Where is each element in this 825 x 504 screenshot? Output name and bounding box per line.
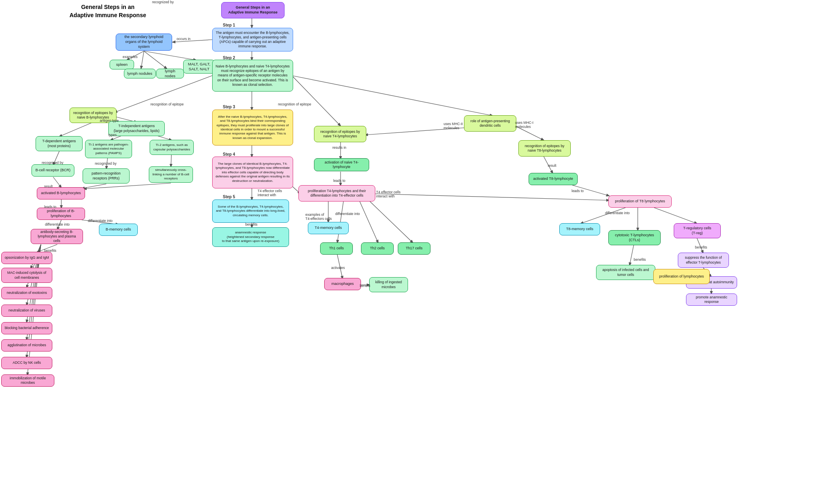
edge-recog-epitope-l: recognition of epitope <box>150 102 184 106</box>
malt-galt-node: MALT, GALT,SALT, NALT <box>183 60 215 74</box>
mac-cytolysis-text: MAC-induced cytolysis of cell membranes <box>4 271 49 280</box>
prrs-node: pattern-recognition receptors (PRRs) <box>83 168 130 184</box>
edge-antigen-type: antigen type <box>100 119 119 123</box>
activated-b-node: activated B-lymphocytes <box>37 187 85 199</box>
th1-node: Th1 cells <box>320 242 353 255</box>
edge-results-in: results in <box>332 146 346 150</box>
svg-line-47 <box>374 194 609 200</box>
suppress-effector-text: suppress the function of effector T-lymp… <box>681 255 726 264</box>
antibody-b-text: antibody-secreting B-lymphocytes and pla… <box>34 230 80 243</box>
ti2-text: TI-2 antigens, such as capsular polysacc… <box>153 143 191 152</box>
title-box-node: General Steps in anAdaptive Immune Respo… <box>221 2 285 18</box>
edge-diff-into-ab: differentiate into <box>45 222 69 226</box>
edge-diff-into-bm: differentiate into <box>88 219 112 223</box>
memory-cells-text-text: Some of the B-lymphocytes, T4-lymphocyte… <box>215 205 286 217</box>
svg-line-5 <box>144 51 196 60</box>
b-memory-text: B-memory cells <box>105 227 131 232</box>
neutralization-exo-node: neutralization of exotoxins <box>1 287 52 299</box>
t8-memory-node: T8-memory cells <box>559 223 600 235</box>
prolif-t8-node: proliferation of T8 lymphocytes <box>608 195 672 208</box>
th17-text: Th17 cells <box>406 246 422 251</box>
edge-benefits-treg: benefits <box>695 245 707 249</box>
blocking-bact-node: blocking bacterial adherence <box>1 322 52 334</box>
crosslinking-text: simultaneously cross-linking a number of… <box>152 168 190 181</box>
edge-types: types <box>108 133 117 137</box>
svg-line-3 <box>141 51 144 69</box>
activated-t8-node: activated T8-lymphocyte <box>529 173 578 185</box>
svg-line-51 <box>630 245 634 265</box>
antigen-encounter-text: The antigen must encounter the B-lymphoc… <box>215 31 290 49</box>
diagram-container: General Steps in anAdaptive Immune Respo… <box>0 0 825 504</box>
recognition-t8-node: recognition of epitopes by naive T8-lymp… <box>518 140 571 157</box>
edge-leads-to-t4: leads to <box>333 179 345 183</box>
th1-text: Th1 cells <box>329 246 344 251</box>
prolif-b-node: proliferation of B-lymphocytes <box>37 208 85 220</box>
lymph-nodules-node: lymph nodules <box>124 69 156 78</box>
clonal-expansion-node: After the naive B-lymphocytes, T4-lympho… <box>212 110 293 146</box>
prolif-lymphocytes-node: proliferation of lymphocytes <box>653 269 710 284</box>
agglutination-node: agglutination of microbes <box>1 339 52 352</box>
th2-node: Th2 cells <box>361 242 394 255</box>
activated-b-text: activated B-lymphocytes <box>41 191 81 196</box>
edge-t4eff-examples: examples ofT4-effectors cells <box>305 213 332 221</box>
edge-recog-epitope-r: recognition of epitope <box>278 102 311 106</box>
svg-line-39 <box>360 202 378 243</box>
b-memory-node: B-memory cells <box>99 224 138 236</box>
edge-t4eff-interact: T4 effector cellsinteract with <box>376 190 401 198</box>
lymph-nodules-text: lymph nodules <box>127 71 152 76</box>
step5-label: Step 5 <box>223 195 235 199</box>
prrs-text: pattern-recognition receptors (PRRs) <box>86 171 126 180</box>
t8-memory-text: T8-memory cells <box>566 227 594 232</box>
svg-line-18 <box>53 177 61 188</box>
recognition-t4-node: recognition of epitopes by naive T4-lymp… <box>314 126 366 142</box>
effector-clones-node: The large clones of identical B-lymphocy… <box>212 157 293 188</box>
step3-label: Step 3 <box>223 105 235 109</box>
t-independent-node: T-independent antigens(large polysacchar… <box>108 121 165 136</box>
svg-line-10 <box>292 76 493 116</box>
t4-memory-text: T4-memory cells <box>315 226 342 231</box>
prolif-lymphocytes-text: proliferation of lymphocytes <box>659 274 704 279</box>
title-box-text: General Steps in anAdaptive Immune Respo… <box>228 5 278 15</box>
bcr-text: B-cell receptor (BCR) <box>36 168 71 173</box>
antigen-encounter-node: The antigen must encounter the B-lymphoc… <box>212 28 293 52</box>
clonal-expansion-text: After the naive B-lymphocytes, T4-lympho… <box>215 115 290 140</box>
naive-bt-text: Naive B-lymphocytes and naive T4-lymphoc… <box>215 64 290 87</box>
page-title: General Steps in anAdaptive Immune Respo… <box>69 3 146 19</box>
edge-diff-into-t4: differentiate into <box>335 212 360 216</box>
neutralization-vir-text: neutralization of viruses <box>9 308 45 313</box>
edge-leads-to-b: leads to <box>44 205 56 209</box>
adcc-node: ADCC by NK cells <box>1 357 52 369</box>
svg-line-4 <box>144 51 167 69</box>
activated-t8-text: activated T8-lymphocyte <box>533 177 573 181</box>
edge-result-t8: result <box>548 164 556 168</box>
edge-occurs-in: occurs in <box>177 37 191 41</box>
edge-mhc1: uses MHC-Imolecules <box>515 121 534 129</box>
svg-line-19 <box>82 184 106 188</box>
svg-line-9 <box>292 76 341 126</box>
antibody-b-node: antibody-secreting B-lymphocytes and pla… <box>31 229 83 244</box>
spleen-node: spleen <box>110 60 134 69</box>
agglutination-text: agglutination of microbes <box>7 343 46 347</box>
mac-cytolysis-node: MAC-induced cytolysis of cell membranes <box>1 268 52 283</box>
immobilization-node: immobilization of motile microbes <box>1 374 54 387</box>
apoptosis-text: apoptosis of infected cells and tumor ce… <box>599 268 652 277</box>
role-apcs-node: role of antigen-presenting dendritic cel… <box>464 115 516 132</box>
prolif-t8-text: proliferation of T8 lymphocytes <box>615 199 665 204</box>
edge-mhc2: uses MHC-IImolecules <box>444 122 463 130</box>
t4-memory-node: T4-memory cells <box>308 222 349 234</box>
macrophages-node: macrophages <box>324 278 361 290</box>
neutralization-vir-node: neutralization of viruses <box>1 305 52 317</box>
recognition-t8-text: recognition of epitopes by naive T8-lymp… <box>522 144 567 153</box>
svg-line-12 <box>59 123 92 137</box>
ti1-node: TI-1 antigens are pathogen-associated mo… <box>85 140 132 158</box>
blocking-bact-text: blocking bacterial adherence <box>4 326 49 330</box>
crosslinking-node: simultaneously cross-linking a number of… <box>149 166 193 183</box>
svg-line-48 <box>581 208 625 224</box>
t-reg-node: T-regulatory cells(T-reg) <box>674 223 721 238</box>
anamnestic-text: anamnestic response(heightened secondary… <box>222 231 279 243</box>
edge-activates: activates <box>331 266 345 270</box>
edge-recognized-by-bcr: recognized by <box>42 161 63 165</box>
macrophages-text: macrophages <box>332 282 354 287</box>
prolif-t4-node: proliferation T4-lymphocytes and their d… <box>298 185 375 202</box>
svg-line-8 <box>114 76 212 112</box>
